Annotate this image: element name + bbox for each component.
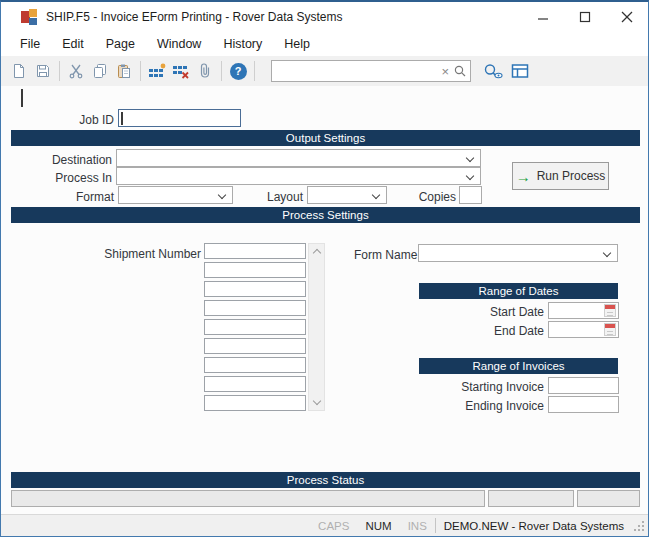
menu-bar: File Edit Page Window History Help [1, 32, 648, 56]
toolbar-separator [59, 61, 60, 81]
end-date-label: End Date [464, 324, 544, 338]
new-document-icon [11, 63, 27, 79]
toolbar-separator [254, 61, 255, 81]
job-id-label: Job ID [41, 113, 114, 127]
status-bar: CAPS NUM INS DEMO.NEW - Rover Data Syste… [1, 514, 648, 536]
ending-invoice-label: Ending Invoice [444, 399, 544, 413]
shipment-list-scrollbar[interactable] [308, 243, 325, 411]
attachment-button[interactable] [193, 59, 217, 83]
shipment-number-input[interactable] [204, 300, 306, 316]
search-magnifier-icon[interactable] [453, 64, 470, 78]
search-input[interactable] [272, 62, 437, 80]
run-process-button[interactable]: → Run Process [512, 162, 609, 190]
copy-icon [92, 63, 108, 79]
process-status-header: Process Status [11, 472, 640, 488]
app-icon-blue-square [29, 18, 37, 25]
form-name-select[interactable] [418, 244, 618, 262]
shipment-number-input[interactable] [204, 338, 306, 354]
close-button[interactable] [606, 2, 648, 32]
menu-history[interactable]: History [212, 34, 273, 54]
help-icon: ? [230, 63, 247, 80]
shipment-number-input[interactable] [204, 243, 306, 259]
output-settings-header: Output Settings [11, 130, 640, 146]
process-status-field-2 [488, 490, 574, 507]
ending-invoice-input[interactable] [548, 396, 619, 413]
chevron-down-icon [372, 191, 380, 199]
job-id-input[interactable] [118, 109, 241, 127]
shipment-number-input[interactable] [204, 395, 306, 411]
toolbar-separator [140, 61, 141, 81]
attachment-icon [197, 63, 213, 79]
shipment-number-input[interactable] [204, 262, 306, 278]
app-icon [21, 9, 38, 25]
menu-help[interactable]: Help [273, 34, 321, 54]
menu-edit[interactable]: Edit [51, 34, 95, 54]
new-document-button[interactable] [7, 59, 31, 83]
starting-invoice-label: Starting Invoice [444, 380, 544, 394]
add-record-button[interactable] [145, 59, 169, 83]
lookup-icon [483, 63, 504, 80]
menu-page[interactable]: Page [95, 34, 146, 54]
shipment-number-input[interactable] [204, 376, 306, 392]
chevron-down-icon [603, 249, 611, 257]
shipment-number-input[interactable] [204, 319, 306, 335]
menu-file[interactable]: File [9, 34, 51, 54]
scroll-down-icon[interactable] [313, 397, 321, 405]
maximize-icon [579, 11, 591, 23]
shipment-number-input[interactable] [204, 281, 306, 297]
starting-invoice-input[interactable] [548, 377, 619, 394]
process-in-select[interactable] [116, 167, 481, 185]
delete-record-button[interactable] [169, 59, 193, 83]
add-record-icon [148, 63, 166, 79]
save-icon [35, 63, 51, 79]
save-button[interactable] [31, 59, 55, 83]
destination-label: Destination [31, 153, 112, 167]
range-of-invoices-header: Range of Invoices [419, 358, 618, 374]
cut-icon [68, 63, 84, 79]
menu-window[interactable]: Window [146, 34, 212, 54]
chevron-down-icon [466, 172, 474, 180]
job-id-text-cursor [121, 112, 123, 125]
run-arrow-icon: → [516, 169, 531, 184]
search-box: × [271, 60, 471, 82]
process-in-label: Process In [31, 171, 112, 185]
scroll-up-icon[interactable] [313, 249, 321, 257]
window-layout-button[interactable] [507, 59, 533, 83]
start-date-label: Start Date [464, 305, 544, 319]
toolbar: ? × [1, 56, 648, 86]
calendar-icon[interactable] [604, 304, 616, 317]
shipment-number-input[interactable] [204, 357, 306, 373]
shipment-number-label: Shipment Number [91, 247, 201, 261]
minimize-icon [537, 11, 549, 23]
insert-indicator: INS [400, 520, 435, 532]
chevron-down-icon [218, 191, 226, 199]
process-settings-header: Process Settings [11, 207, 640, 223]
lookup-button[interactable] [479, 59, 507, 83]
help-button[interactable]: ? [226, 59, 250, 83]
window-title: SHIP.F5 - Invoice EForm Printing - Rover… [46, 10, 343, 24]
close-icon [621, 11, 633, 23]
copies-input[interactable] [459, 186, 482, 204]
paste-button[interactable] [112, 59, 136, 83]
format-label: Format [44, 190, 114, 204]
calendar-icon[interactable] [604, 323, 616, 336]
search-clear-icon[interactable]: × [437, 65, 453, 78]
process-status-field-main [11, 490, 485, 507]
copy-button[interactable] [88, 59, 112, 83]
form-name-label: Form Name [354, 248, 414, 262]
layout-select[interactable] [307, 186, 387, 204]
resize-grip[interactable] [632, 518, 646, 534]
window-layout-icon [511, 63, 529, 79]
process-status-field-3 [577, 490, 640, 507]
window-controls [522, 2, 648, 32]
destination-select[interactable] [116, 149, 481, 167]
run-process-label: Run Process [537, 169, 606, 183]
chevron-down-icon [466, 154, 474, 162]
minimize-button[interactable] [522, 2, 564, 32]
maximize-button[interactable] [564, 2, 606, 32]
cut-button[interactable] [64, 59, 88, 83]
format-select[interactable] [118, 186, 233, 204]
title-bar: SHIP.F5 - Invoice EForm Printing - Rover… [1, 2, 648, 32]
paste-icon [116, 63, 132, 79]
shipment-number-list [204, 243, 308, 414]
